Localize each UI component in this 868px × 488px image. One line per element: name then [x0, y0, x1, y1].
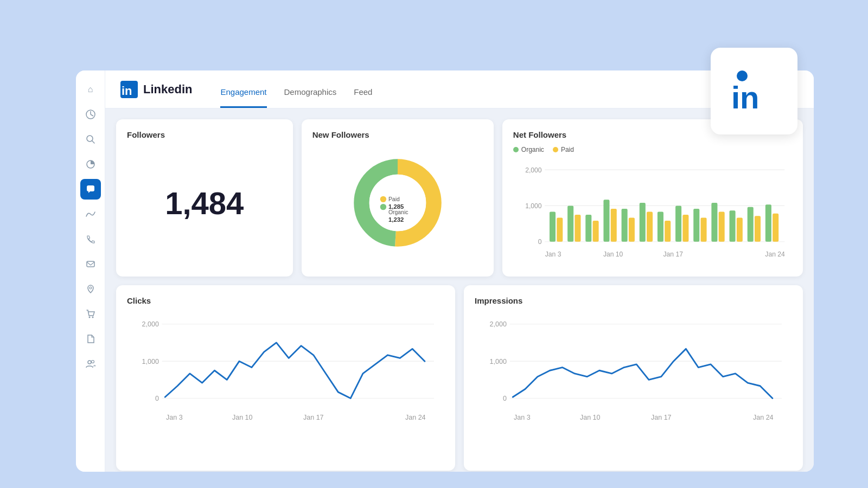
organic-label: Organic	[521, 146, 544, 153]
top-row: Followers 1,484 New Followers	[116, 119, 803, 277]
followers-title: Followers	[127, 130, 282, 139]
svg-rect-51	[729, 210, 735, 241]
svg-rect-48	[700, 218, 706, 242]
svg-text:0: 0	[538, 238, 542, 246]
main-container: ⌂	[76, 70, 814, 472]
svg-text:0: 0	[155, 395, 159, 402]
svg-point-11	[88, 361, 91, 364]
new-followers-title: New Followers	[312, 130, 483, 139]
svg-text:Jan 3: Jan 3	[514, 414, 531, 421]
svg-text:in: in	[122, 84, 132, 98]
svg-text:1,000: 1,000	[490, 358, 507, 365]
legend-organic: Organic	[513, 146, 544, 153]
tab-feed[interactable]: Feed	[354, 87, 372, 108]
impressions-chart-container: 2,000 1,000 0 Jan 3 Jan 10 Jan 17 Jan 24	[475, 312, 792, 454]
followers-card: Followers 1,484	[116, 119, 293, 277]
svg-text:Jan 3: Jan 3	[166, 414, 183, 421]
paid-label: Paid	[561, 146, 574, 153]
svg-rect-56	[773, 214, 778, 242]
svg-text:1,000: 1,000	[525, 202, 542, 210]
svg-rect-35	[585, 215, 591, 242]
svg-rect-50	[719, 211, 725, 241]
sidebar-icon-phone[interactable]	[80, 229, 101, 249]
svg-rect-38	[611, 209, 617, 242]
svg-text:Jan 24: Jan 24	[753, 414, 774, 421]
svg-text:Jan 24: Jan 24	[765, 251, 785, 258]
svg-rect-41	[640, 203, 646, 242]
svg-point-22	[380, 204, 386, 210]
bottom-row: Clicks 2,000 1,000 0	[116, 285, 803, 471]
svg-text:Jan 24: Jan 24	[405, 414, 426, 421]
sidebar-icon-chat[interactable]	[80, 179, 101, 200]
sidebar-icon-location[interactable]	[80, 279, 101, 299]
net-followers-card: Net Followers Organic Paid	[502, 119, 803, 277]
content-area: in Linkedin Engagement Demographics Feed…	[105, 70, 814, 472]
linkedin-logo-icon: in	[727, 64, 781, 118]
svg-text:2,000: 2,000	[142, 320, 159, 328]
svg-text:2,000: 2,000	[490, 320, 507, 328]
sidebar-icon-users[interactable]	[80, 354, 101, 374]
svg-rect-40	[629, 218, 635, 242]
svg-rect-31	[550, 211, 556, 241]
svg-rect-42	[647, 211, 653, 241]
svg-rect-32	[557, 218, 563, 242]
legend-paid: Paid	[553, 146, 574, 153]
svg-text:1,000: 1,000	[142, 358, 159, 365]
svg-rect-53	[748, 207, 754, 242]
brand-linkedin-icon: in	[120, 81, 138, 98]
svg-text:Jan 10: Jan 10	[603, 251, 623, 258]
donut-container: Paid 1,285 Organic 1,232	[312, 146, 483, 260]
sidebar: ⌂	[76, 70, 105, 472]
organic-dot	[513, 147, 519, 152]
nav-tabs: Engagement Demographics Feed	[220, 70, 372, 108]
tab-engagement[interactable]: Engagement	[220, 87, 266, 108]
sidebar-icon-home[interactable]: ⌂	[80, 79, 101, 100]
svg-rect-44	[665, 221, 671, 242]
svg-rect-52	[737, 218, 743, 242]
svg-point-12	[91, 361, 94, 363]
svg-text:Jan 17: Jan 17	[651, 414, 672, 421]
svg-text:Jan 10: Jan 10	[580, 414, 601, 421]
svg-point-18	[380, 196, 386, 202]
svg-point-8	[90, 287, 92, 289]
paid-dot	[553, 147, 558, 152]
svg-text:Jan 17: Jan 17	[663, 251, 683, 258]
svg-rect-45	[675, 206, 681, 241]
dashboard: Followers 1,484 New Followers	[105, 108, 814, 472]
brand: in Linkedin	[120, 81, 192, 98]
clicks-title: Clicks	[127, 296, 444, 305]
svg-text:Paid: Paid	[388, 196, 400, 202]
svg-line-4	[92, 141, 94, 143]
svg-text:in: in	[731, 80, 760, 115]
svg-text:Jan 17: Jan 17	[303, 414, 324, 421]
sidebar-icon-search[interactable]	[80, 129, 101, 150]
svg-rect-36	[592, 221, 598, 242]
clicks-line-chart: 2,000 1,000 0 Jan 3 Jan 10 Jan 17 Jan 24	[127, 312, 444, 454]
followers-value: 1,484	[127, 146, 282, 260]
svg-rect-33	[567, 206, 573, 241]
tab-demographics[interactable]: Demographics	[284, 87, 337, 108]
svg-rect-7	[87, 261, 94, 267]
svg-point-9	[88, 317, 90, 318]
sidebar-icon-mail[interactable]	[80, 254, 101, 274]
sidebar-icon-pie[interactable]	[80, 154, 101, 175]
svg-rect-6	[87, 185, 94, 191]
sidebar-icon-cart[interactable]	[80, 304, 101, 324]
sidebar-icon-analytics[interactable]	[80, 104, 101, 125]
impressions-title: Impressions	[475, 296, 792, 305]
svg-point-10	[92, 317, 93, 318]
impressions-card: Impressions 2,000 1,000 0	[464, 285, 803, 471]
svg-text:0: 0	[503, 395, 507, 402]
svg-text:2,000: 2,000	[525, 166, 542, 174]
svg-rect-54	[755, 216, 761, 242]
svg-rect-55	[765, 204, 771, 242]
linkedin-logo-card: in	[711, 48, 797, 134]
donut-chart: Paid 1,285 Organic 1,232	[346, 151, 449, 254]
sidebar-icon-signal[interactable]	[80, 204, 101, 224]
header: in Linkedin Engagement Demographics Feed	[105, 70, 814, 108]
svg-text:Jan 3: Jan 3	[545, 251, 561, 258]
sidebar-icon-file[interactable]	[80, 329, 101, 349]
svg-rect-46	[682, 215, 688, 242]
svg-text:Jan 10: Jan 10	[232, 414, 253, 421]
svg-rect-39	[621, 209, 627, 242]
